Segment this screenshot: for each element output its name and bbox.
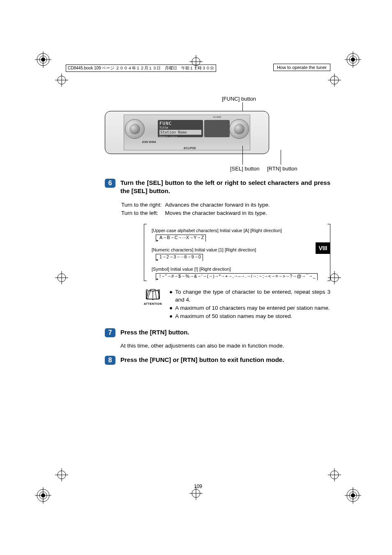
char-upper-seq: A→B→C→···X→Y→Z	[156, 235, 206, 240]
crop-mark	[345, 487, 361, 504]
callout-line	[281, 150, 281, 165]
callout-line	[242, 146, 243, 165]
step-7-title: Press the [RTN] button.	[120, 328, 330, 336]
crop-mark	[345, 51, 361, 68]
esn-label: ESN WMA	[142, 140, 156, 143]
step-number-8: 8	[105, 356, 115, 365]
display-line1: FUNC	[159, 121, 201, 126]
step-6: 6 Turn the [SEL] button to the left or r…	[105, 179, 330, 196]
page-number: 109	[66, 484, 330, 489]
display-line3: Station Name	[159, 130, 201, 135]
display-secondary	[204, 120, 230, 137]
volume-knob	[125, 119, 145, 139]
display-line4: Memory stick	[159, 135, 201, 138]
step-6-sub: Turn to the right:Advances the character…	[120, 200, 330, 219]
turn-left-label: Turn to the left:	[121, 210, 164, 217]
attention-icon: ATTENTION	[144, 288, 162, 305]
char-numeric-header: [Numeric characters] Initial value [1] […	[152, 247, 322, 252]
char-numeric-seq: 1→2→3→···8→9→0	[156, 254, 203, 259]
turn-right-label: Turn to the right:	[121, 201, 164, 209]
step-7-sub: At this time, other adjustments can also…	[120, 342, 330, 350]
step-6-title: Turn the [SEL] button to the left or rig…	[120, 179, 330, 196]
model-label: CD 8445	[213, 116, 221, 118]
attention-label: ATTENTION	[144, 302, 162, 305]
callout-func: [FUNC] button	[222, 96, 256, 102]
char-symbol-header: [Symbol] Initial value [!] [Right direct…	[152, 267, 322, 272]
display-line2: Title	[159, 126, 201, 129]
step-number-7: 7	[105, 328, 115, 337]
character-table: [Upper-case alphabet characters] Initial…	[144, 224, 330, 281]
turn-left-text: Moves the character backward in its type…	[165, 210, 272, 217]
char-group-numeric: [Numeric characters] Initial value [1] […	[152, 247, 322, 259]
section-title: How to operate the tuner	[273, 64, 330, 71]
callout-sel: [SEL] button	[230, 166, 260, 172]
attention-items: ●To change the type of character to be e…	[169, 288, 330, 321]
turn-right-text: Advances the character forward in its ty…	[165, 201, 272, 209]
attention-item-2: A maximum of 10 characters may be entere…	[175, 304, 330, 312]
attention-item-3: A maximum of 50 station names may be sto…	[175, 313, 330, 320]
attention-block: ATTENTION ●To change the type of charact…	[144, 288, 330, 321]
section-tab: VIII	[316, 242, 330, 254]
attention-item-1: To change the type of character to be en…	[175, 288, 330, 303]
crop-mark	[35, 51, 51, 68]
sel-knob	[229, 119, 249, 139]
eclipse-label: ECLIPSE	[184, 147, 196, 150]
char-symbol-seq: !→"→#→$→%→&→'→(→)→*→+→,→–→.→/→:→;→<→=→>→…	[156, 273, 318, 279]
step-7: 7 Press the [RTN] button.	[105, 328, 330, 337]
callout-rtn: [RTN] button	[267, 166, 297, 172]
book-header: CD8445.book 109 ページ ２００４年１２月１３日 月曜日 午前１１…	[66, 64, 216, 72]
crop-mark	[35, 487, 51, 504]
step-8: 8 Press the [FUNC] or [RTN] button to ex…	[105, 356, 330, 365]
step-8-title: Press the [FUNC] or [RTN] button to exit…	[120, 356, 330, 364]
char-upper-header: [Upper-case alphabet characters] Initial…	[152, 228, 322, 233]
char-group-symbol: [Symbol] Initial value [!] [Right direct…	[152, 267, 322, 279]
step-number-6: 6	[105, 179, 115, 188]
char-group-upper: [Upper-case alphabet characters] Initial…	[152, 228, 322, 240]
device-display: FUNC Title Station Name Memory stick	[158, 120, 203, 137]
device-faceplate: FUNC Title Station Name Memory stick CD …	[105, 111, 269, 154]
